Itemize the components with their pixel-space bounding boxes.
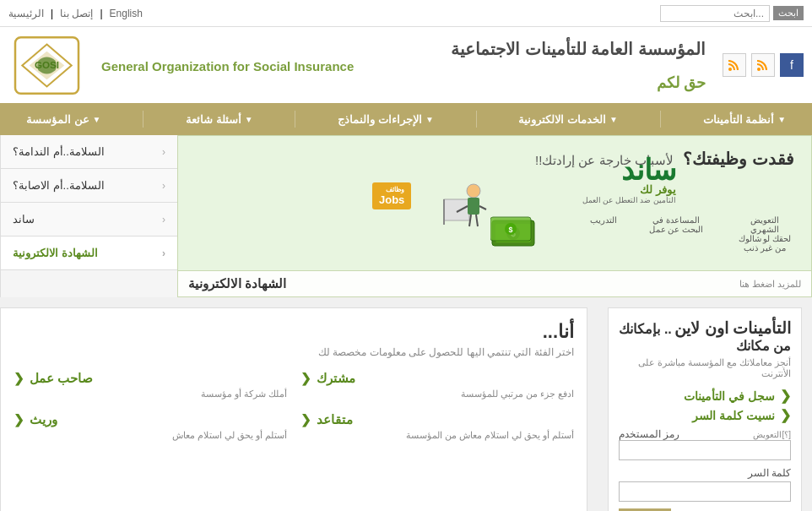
sidebar-tab-safety-injury[interactable]: ‹ السلامة..أم الاصابة؟ xyxy=(1,169,177,203)
ana-retired-arrow: ❮ xyxy=(300,412,311,427)
nav-arrow-2: ▼ xyxy=(609,115,618,124)
svg-line-13 xyxy=(476,215,478,226)
ana-category-heir[interactable]: وريث ❮ أستلم أو يحق لي استلام معاش xyxy=(14,412,288,441)
banner-icons-row: التعويض الشهريلحقك لو شالوكمن غير ذنب ال… xyxy=(590,215,794,253)
svg-rect-6 xyxy=(444,199,469,220)
org-name-arabic: المؤسسة العامة للتأمينات الاجتماعية xyxy=(101,39,706,59)
ana-retired-desc: أستلم أو يحق لي استلام معاش من المؤسسة xyxy=(300,430,575,441)
forgot-label: نسيت كلمة السر xyxy=(692,409,775,422)
nav-bar: ▼ أنظمة التأمينات ▼ الخدمات الالكترونية … xyxy=(0,103,812,135)
ana-heir-arrow: ❮ xyxy=(14,412,24,427)
nav-label-3: الإجراءات والنماذج xyxy=(338,113,422,126)
ana-title: أنا... xyxy=(14,321,574,343)
svg-point-1 xyxy=(757,68,761,71)
sidebar-tab-saed[interactable]: ‹ ساند xyxy=(1,203,177,236)
saed-sub: التأمين ضد التعطل عن العمل xyxy=(582,196,676,204)
ana-subscriber-label: مشترك xyxy=(317,371,355,386)
ana-retired-label: متقاعد xyxy=(317,412,353,427)
sidebar-tabs: ‹ السلامة..أم الندامة؟ ‹ السلامة..أم الا… xyxy=(0,135,177,297)
banner-title: فقدت وظيفتك؟ xyxy=(683,149,794,168)
jobs-badge: وظائف Jobs xyxy=(372,182,411,209)
nav-arrow-5: ▼ xyxy=(93,115,101,124)
ana-employer-arrow: ❮ xyxy=(14,371,24,386)
ana-subtitle: اختر الفئة التي تنتمي اليها للحصول على م… xyxy=(14,346,574,358)
ana-subscriber-desc: ادفع جزء من مرتبي للمؤسسة xyxy=(300,389,575,400)
nav-label-2: الخدمات الالكترونية xyxy=(518,113,606,126)
ana-category-employer[interactable]: صاحب عمل ❮ أملك شركة أو مؤسسة xyxy=(14,371,288,400)
register-link[interactable]: ❮ سجل في التأمينات xyxy=(619,388,791,404)
svg-rect-9 xyxy=(468,198,479,215)
nav-arrow-4: ▼ xyxy=(245,115,253,124)
org-slogan: حق لكم xyxy=(101,73,706,92)
nav-label-1: أنظمة التأمينات xyxy=(703,113,775,126)
rss2-icon[interactable] xyxy=(751,53,775,77)
password-input[interactable] xyxy=(619,481,791,502)
sidebar-label-3: ساند xyxy=(13,213,35,226)
sidebar-label-1: السلامة..أم الندامة؟ xyxy=(13,145,105,158)
login-subtitle-desc: أنجز معاملاتك مع المؤسسة مباشرة على الأن… xyxy=(619,357,791,379)
money-icon: $ $ xyxy=(490,214,537,250)
training-figure xyxy=(440,174,490,236)
ana-subscriber-arrow: ❮ xyxy=(300,371,311,386)
nav-item-procedures[interactable]: ▼ الإجراءات والنماذج xyxy=(328,103,444,135)
sidebar-tab-safety-regret[interactable]: ‹ السلامة..أم الندامة؟ xyxy=(1,135,177,169)
sidebar-tab-e-certificate[interactable]: ‹ الشهادة الالكترونية xyxy=(1,236,177,270)
login-box: التأمينات اون لاين .. بإمكانك من مكانك أ… xyxy=(608,307,802,511)
sidebar-arrow-2: ‹ xyxy=(162,180,165,192)
nav-divider-1 xyxy=(660,111,661,128)
english-link[interactable]: English xyxy=(110,8,143,19)
svg-point-0 xyxy=(728,68,732,71)
svg-text:$: $ xyxy=(508,226,512,234)
home-link[interactable]: الرئيسية xyxy=(8,8,44,19)
svg-line-11 xyxy=(479,206,486,209)
org-name-english: General Organization for Social Insuranc… xyxy=(101,59,706,73)
ana-categories-grid: مشترك ❮ ادفع جزء من مرتبي للمؤسسة صاحب ع… xyxy=(14,371,574,441)
org-logo: GOSI xyxy=(8,31,84,99)
login-title-main: التأمينات اون لاين xyxy=(674,319,791,337)
banner-item-jobs: المساعدة في البحث عن عمل xyxy=(642,215,710,253)
ana-category-subscriber[interactable]: مشترك ❮ ادفع جزء من مرتبي للمؤسسة xyxy=(300,371,575,400)
nav-item-e-services[interactable]: ▼ الخدمات الالكترونية xyxy=(508,103,628,135)
forgot-password-link[interactable]: ❮ نسيت كلمة السر xyxy=(619,407,791,423)
ana-box: أنا... اختر الفئة التي تنتمي اليها للحصو… xyxy=(0,307,587,511)
sidebar-label-2: السلامة..أم الاصابة؟ xyxy=(13,179,105,192)
register-arrow: ❮ xyxy=(780,388,791,404)
facebook-icon[interactable]: f xyxy=(780,53,804,77)
bottom-section: التأمينات اون لاين .. بإمكانك من مكانك أ… xyxy=(0,297,812,511)
svg-text:GOSI: GOSI xyxy=(34,58,58,69)
link-separator2: | xyxy=(100,8,102,19)
ana-employer-desc: أملك شركة أو مؤسسة xyxy=(14,389,288,400)
svg-point-8 xyxy=(467,184,480,198)
rss1-icon[interactable] xyxy=(723,53,746,77)
nav-divider-2 xyxy=(476,111,477,128)
saed-brand: ساند xyxy=(582,153,676,187)
banner-area: فقدت وظيفتك؟ لأسباب خارجة عن إرادتك!! سا… xyxy=(177,135,812,297)
sidebar-arrow-3: ‹ xyxy=(162,214,165,226)
nav-divider-4 xyxy=(143,111,143,128)
ana-heir-label: وريث xyxy=(30,412,57,427)
username-sublabel: [؟]التعويض xyxy=(753,430,791,439)
nav-label-4: أسئلة شائعة xyxy=(186,113,241,126)
banner-sub-link[interactable]: للمزيد اضغط هنا xyxy=(739,279,801,290)
search-button[interactable]: ابحث xyxy=(773,6,804,20)
nav-divider-3 xyxy=(295,111,295,128)
ana-employer-label: صاحب عمل xyxy=(30,371,93,386)
nav-arrow-3: ▼ xyxy=(425,115,434,124)
username-input[interactable] xyxy=(619,440,791,460)
nav-arrow-1: ▼ xyxy=(777,115,786,124)
banner-section: فقدت وظيفتك؟ لأسباب خارجة عن إرادتك!! سا… xyxy=(0,135,812,297)
ana-heir-desc: أستلم أو يحق لي استلام معاش xyxy=(14,430,288,441)
banner-item-compensation: التعويض الشهريلحقك لو شالوكمن غير ذنب xyxy=(735,215,794,253)
banner-sub-title: الشهادة الالكترونية xyxy=(188,276,286,291)
forgot-arrow: ❮ xyxy=(780,407,791,423)
ana-category-retired[interactable]: متقاعد ❮ أستلم أو يحق لي استلام معاش من … xyxy=(300,412,575,441)
sidebar-arrow-1: ‹ xyxy=(162,146,165,158)
password-label: كلمة السر xyxy=(619,467,791,479)
nav-label-5: عن المؤسسة xyxy=(26,113,89,126)
nav-item-about[interactable]: ▼ عن المؤسسة xyxy=(16,103,111,135)
nav-item-insurance-systems[interactable]: ▼ أنظمة التأمينات xyxy=(693,103,797,135)
sidebar-arrow-4: ‹ xyxy=(162,247,165,259)
contact-link[interactable]: إتصل بنا xyxy=(60,8,93,19)
nav-item-faq[interactable]: ▼ أسئلة شائعة xyxy=(176,103,263,135)
search-input[interactable] xyxy=(660,5,770,22)
